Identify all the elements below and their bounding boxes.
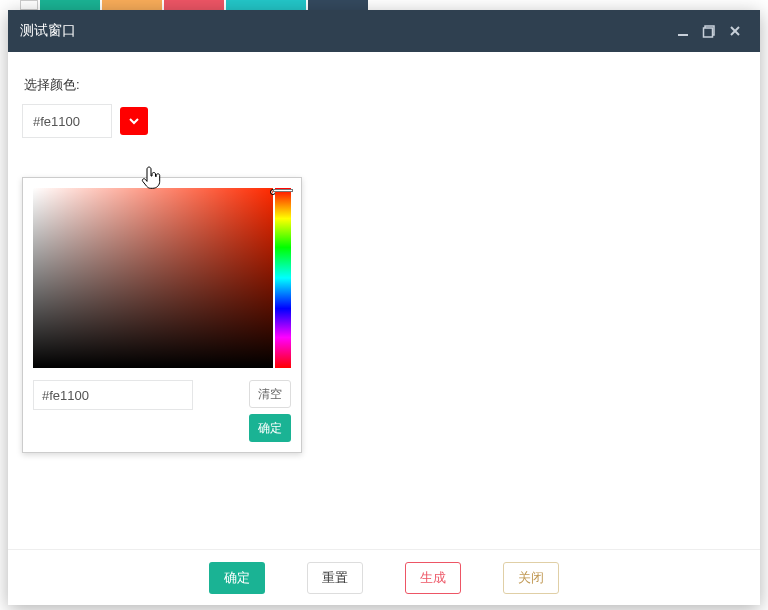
- picker-hex-input[interactable]: [33, 380, 193, 410]
- footer-reset-button[interactable]: 重置: [307, 562, 363, 594]
- dialog-window: 测试窗口 选择颜色:: [8, 10, 760, 605]
- dialog-footer: 确定 重置 生成 关闭: [8, 549, 760, 605]
- footer-generate-button[interactable]: 生成: [405, 562, 461, 594]
- maximize-icon[interactable]: [696, 18, 722, 44]
- hue-strip[interactable]: [275, 188, 291, 368]
- picker-clear-button[interactable]: 清空: [249, 380, 291, 408]
- footer-close-button[interactable]: 关闭: [503, 562, 559, 594]
- color-input[interactable]: [22, 104, 112, 138]
- hue-handle[interactable]: [273, 189, 293, 192]
- color-gradient[interactable]: [33, 188, 273, 368]
- color-label: 选择颜色:: [24, 76, 746, 94]
- dialog-title: 测试窗口: [20, 22, 670, 40]
- chevron-down-icon: [128, 115, 140, 127]
- svg-rect-2: [704, 28, 713, 37]
- close-icon[interactable]: [722, 18, 748, 44]
- picker-ok-button[interactable]: 确定: [249, 414, 291, 442]
- dialog-titlebar[interactable]: 测试窗口: [8, 10, 760, 52]
- dialog-body: 选择颜色: 清空 确定: [8, 52, 760, 549]
- footer-ok-button[interactable]: 确定: [209, 562, 265, 594]
- color-row: [22, 104, 746, 138]
- color-swatch-button[interactable]: [120, 107, 148, 135]
- color-picker-panel: 清空 确定: [22, 177, 302, 453]
- minimize-icon[interactable]: [670, 18, 696, 44]
- background-toolbar: [0, 0, 768, 10]
